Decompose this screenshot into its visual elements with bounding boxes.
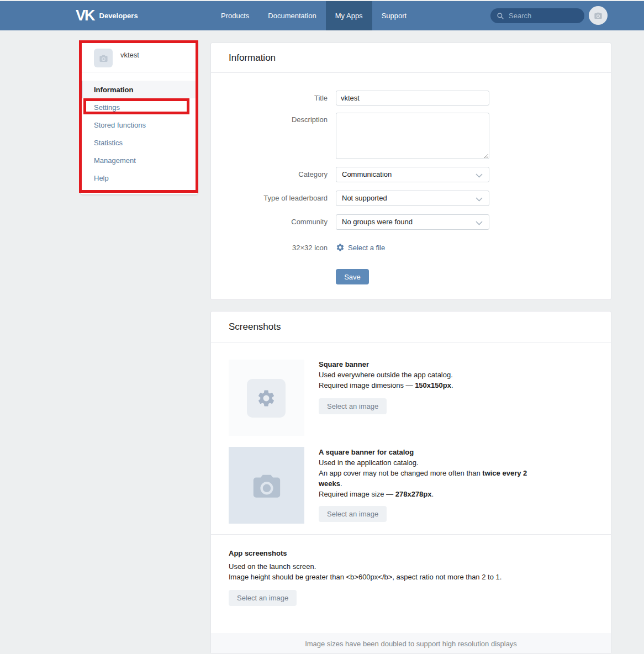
app-screenshots-description: Used on the launch screen. Image height … bbox=[229, 561, 502, 582]
gear-icon bbox=[256, 388, 276, 408]
sidebar-menu: Information Settings Stored functions St… bbox=[81, 72, 198, 187]
square-banner-preview bbox=[229, 360, 304, 436]
title-input[interactable] bbox=[336, 91, 489, 106]
leaderboard-label: Type of leaderboard bbox=[211, 191, 328, 206]
square-banner-select-image-button[interactable]: Select an image bbox=[319, 398, 387, 414]
sidebar-item-information[interactable]: Information bbox=[81, 81, 198, 98]
information-panel: Information Title Description Category C… bbox=[210, 43, 611, 300]
category-label: Category bbox=[211, 167, 328, 182]
camera-icon bbox=[99, 54, 108, 63]
square-banner-line2-bold: 150x150px bbox=[415, 381, 451, 389]
leaderboard-select[interactable]: Not supported bbox=[336, 191, 489, 206]
select-file-link[interactable]: Select a file bbox=[348, 244, 385, 252]
catalog-banner-select-image-button[interactable]: Select an image bbox=[319, 506, 387, 522]
description-label: Description bbox=[211, 115, 328, 124]
section-divider bbox=[211, 534, 611, 535]
app-screenshots-select-image-button[interactable]: Select an image bbox=[229, 590, 297, 606]
catalog-banner-line3-bold: 278x278px bbox=[395, 490, 432, 498]
app-thumbnail[interactable] bbox=[94, 49, 113, 67]
sidebar-item-statistics[interactable]: Statistics bbox=[81, 134, 198, 151]
avatar[interactable] bbox=[589, 6, 608, 25]
app-name: vktest bbox=[120, 51, 139, 59]
panel-title: Information bbox=[211, 43, 611, 73]
app-screenshots-line1: Used on the launch screen. bbox=[229, 562, 316, 571]
sidebar-item-settings[interactable]: Settings bbox=[81, 98, 198, 116]
community-select[interactable]: No groups were found bbox=[336, 214, 489, 230]
square-banner-placeholder bbox=[247, 379, 286, 418]
gear-icon bbox=[336, 243, 345, 252]
app-sidebar: vktest Information Settings Stored funct… bbox=[81, 41, 198, 194]
catalog-banner-line3: Required image size — bbox=[319, 490, 395, 498]
search-icon bbox=[497, 12, 504, 20]
square-banner-description: Used everywhere outside the app catalog.… bbox=[319, 370, 453, 391]
catalog-banner-description: Used in the application catalog. An app … bbox=[319, 457, 534, 499]
square-banner-line2-suffix: . bbox=[451, 381, 453, 389]
square-banner-line2: Required image dimesions — bbox=[319, 381, 415, 389]
camera-icon bbox=[594, 11, 603, 20]
catalog-banner-line2: An app cover may not be changed more oft… bbox=[319, 469, 482, 477]
app-header-row: vktest bbox=[81, 41, 198, 72]
community-value: No groups were found bbox=[342, 218, 413, 226]
search-input[interactable] bbox=[509, 12, 575, 20]
footer-note: Image sizes have been doubled to support… bbox=[211, 633, 611, 654]
screenshots-panel: Screenshots Square banner Used everywher… bbox=[210, 311, 611, 654]
square-banner-line1: Used everywhere outside the app catalog. bbox=[319, 371, 453, 379]
nav-item-my-apps[interactable]: My Apps bbox=[326, 1, 372, 30]
sidebar-item-management[interactable]: Management bbox=[81, 151, 198, 169]
description-textarea[interactable] bbox=[336, 113, 489, 159]
icon-32-label: 32×32 icon bbox=[211, 244, 328, 252]
sidebar-item-stored-functions[interactable]: Stored functions bbox=[81, 116, 198, 134]
search-box[interactable] bbox=[490, 8, 584, 23]
leaderboard-value: Not supported bbox=[342, 194, 387, 202]
category-select[interactable]: Communication bbox=[336, 167, 489, 182]
nav-item-products[interactable]: Products bbox=[212, 1, 258, 30]
brand-label: Developers bbox=[99, 12, 138, 20]
catalog-banner-title: A square banner for catalog bbox=[319, 448, 414, 456]
app-screenshots-title: App screenshots bbox=[229, 549, 287, 557]
catalog-banner-preview bbox=[229, 447, 304, 524]
sidebar-item-help[interactable]: Help bbox=[81, 169, 198, 187]
camera-icon bbox=[251, 470, 283, 502]
top-navigation-bar: VK Developers Products Documentation My … bbox=[0, 1, 644, 30]
square-banner-title: Square banner bbox=[319, 360, 369, 368]
category-value: Communication bbox=[342, 170, 392, 178]
catalog-banner-line3-suffix: . bbox=[432, 490, 434, 498]
main-nav: Products Documentation My Apps Support bbox=[212, 1, 416, 30]
vk-logo[interactable]: VK bbox=[76, 8, 94, 23]
catalog-banner-line1: Used in the application catalog. bbox=[319, 458, 419, 467]
community-label: Community bbox=[211, 214, 328, 230]
title-label: Title bbox=[211, 91, 328, 106]
nav-item-documentation[interactable]: Documentation bbox=[258, 1, 325, 30]
panel-title: Screenshots bbox=[211, 312, 611, 342]
brand-area: VK Developers bbox=[76, 1, 138, 30]
catalog-banner-line2-suffix: . bbox=[340, 479, 342, 488]
app-screenshots-line2: Image height should be greater than <b>6… bbox=[229, 573, 502, 581]
nav-item-support[interactable]: Support bbox=[372, 1, 416, 30]
save-button[interactable]: Save bbox=[336, 269, 369, 284]
